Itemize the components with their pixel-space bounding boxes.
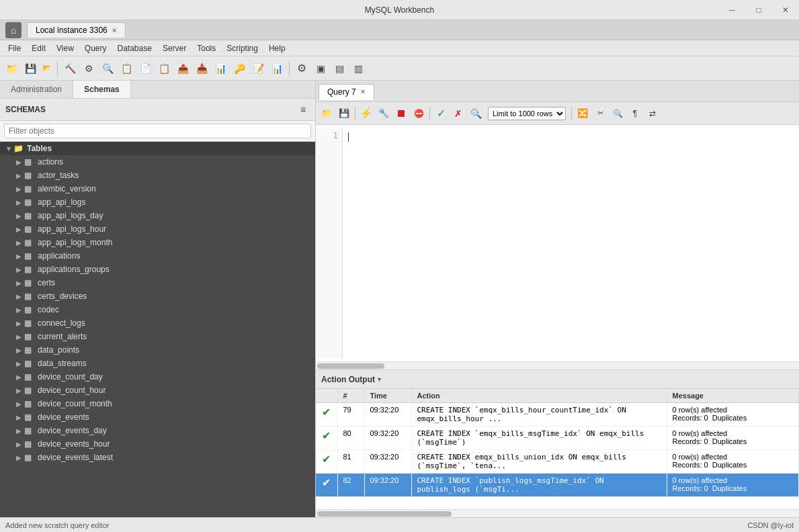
maximize-button[interactable]: □ [745, 0, 772, 20]
toolbar-btn-8[interactable]: 📥 [193, 60, 210, 77]
menu-tools[interactable]: Tools [192, 42, 221, 54]
qt-execute[interactable]: ⚡ [358, 105, 374, 122]
qt-stop-all[interactable]: ⛔ [411, 105, 427, 122]
qt-format[interactable]: 🔀 [575, 105, 591, 122]
table-row[interactable]: ✔ 82 09:32:20 CREATE INDEX `publish_logs… [316, 474, 799, 497]
toolbar-btn-3[interactable]: 🔍 [99, 60, 116, 77]
tree-item[interactable]: ▶▦device_events [0, 410, 315, 424]
toolbar-settings[interactable]: ⚙ [293, 60, 310, 77]
qt-stop[interactable]: ⏹ [393, 105, 409, 122]
table-row[interactable]: ✔ 80 09:32:20 CREATE INDEX `emqx_bills_m… [316, 427, 799, 450]
editor-scrollbar[interactable] [316, 361, 799, 369]
tree-item[interactable]: ▶▦app_api_logs_hour [0, 222, 315, 236]
arrow-icon: ▶ [16, 212, 24, 220]
output-scrollbar[interactable] [316, 509, 799, 517]
table-icon: ▦ [24, 359, 35, 368]
qt-search[interactable]: 🔍 [468, 105, 484, 122]
toolbar-new-file[interactable]: 📁 [3, 60, 20, 77]
tree-item[interactable]: ▶▦app_api_logs [0, 195, 315, 209]
menu-help[interactable]: Help [263, 42, 291, 54]
tree-item[interactable]: ▶▦device_count_day [0, 370, 315, 384]
toolbar-layout-3[interactable]: ▥ [349, 60, 367, 77]
tree-item[interactable]: ▶▦alembic_version [0, 182, 315, 195]
qt-help[interactable]: ⇄ [644, 105, 661, 122]
filter-input[interactable] [4, 124, 311, 138]
limit-select[interactable]: Limit to 10 rows Limit to 100 rows Limit… [488, 107, 566, 120]
qt-open[interactable]: 📁 [319, 105, 335, 122]
sql-editor[interactable] [343, 128, 799, 359]
col-time: Time [364, 389, 411, 403]
tree-item[interactable]: ▶▦applications_groups [0, 263, 315, 276]
table-name: device_events [38, 412, 89, 422]
table-row[interactable]: ✔ 79 09:32:20 CREATE INDEX `emqx_bills_h… [316, 403, 799, 427]
qt-find[interactable]: 🔍 [609, 105, 626, 122]
qt-cancel[interactable]: ✗ [450, 105, 466, 122]
action-output-header[interactable]: Action Output ▾ [316, 370, 799, 389]
table-row[interactable]: ✔ 81 09:32:20 CREATE INDEX emqx_bills_un… [316, 450, 799, 474]
row-status: ✔ [316, 403, 337, 427]
toolbar-layout-2[interactable]: ▤ [331, 60, 348, 77]
row-message: 0 row(s) affected Records: 0 Duplicates [667, 450, 799, 474]
tree-item[interactable]: ▶▦device_events_day [0, 424, 315, 437]
toolbar-layout-1[interactable]: ▣ [312, 60, 329, 77]
toolbar-btn-1[interactable]: 🔨 [61, 60, 79, 77]
toolbar-btn-6[interactable]: 📋 [155, 60, 173, 77]
menu-query[interactable]: Query [79, 42, 112, 54]
toolbar-btn-12[interactable]: 📊 [268, 60, 286, 77]
tree-item[interactable]: ▶▦certs_devices [0, 290, 315, 303]
instance-tab[interactable]: Local instance 3306 ✕ [27, 22, 126, 38]
minimize-button[interactable]: ─ [718, 0, 745, 20]
qt-context[interactable]: ¶ [627, 105, 643, 122]
toolbar-btn-7[interactable]: 📤 [174, 60, 192, 77]
close-button[interactable]: ✕ [772, 0, 799, 20]
tab-close-icon[interactable]: ✕ [112, 27, 117, 34]
menu-edit[interactable]: Edit [26, 42, 51, 54]
arrow-icon: ▼ [5, 145, 13, 152]
menu-database[interactable]: Database [112, 42, 157, 54]
schemas-options[interactable]: ≡ [296, 103, 310, 116]
arrow-icon: ▶ [16, 427, 24, 435]
tree-item[interactable]: ▶▦device_count_month [0, 397, 315, 410]
qt-check[interactable]: ✓ [433, 105, 449, 122]
tree-item[interactable]: ▶▦device_count_hour [0, 384, 315, 397]
tree-item[interactable]: ▶▦app_api_logs_day [0, 209, 315, 222]
query-tab-7[interactable]: Query 7 ✕ [319, 84, 374, 100]
toolbar-btn-2[interactable]: ⚙ [80, 60, 97, 77]
tree-item[interactable]: ▶▦app_api_logs_month [0, 236, 315, 249]
tree-item[interactable]: ▶▦device_events_hour [0, 437, 315, 451]
tree-item[interactable]: ▶▦device_events_latest [0, 451, 315, 464]
tree-item[interactable]: ▶▦actor_tasks [0, 169, 315, 182]
tree-item[interactable]: ▶▦connect_logs [0, 316, 315, 330]
tab-schemas[interactable]: Schemas [73, 81, 131, 98]
tree-item[interactable]: ▶▦certs [0, 276, 315, 290]
tree-item[interactable]: ▶▦actions [0, 155, 315, 169]
qt-sep-1 [355, 107, 355, 120]
table-icon: ▦ [24, 171, 35, 180]
tree-item[interactable]: ▶▦data_points [0, 343, 315, 357]
qt-beautify[interactable]: ✂ [592, 105, 608, 122]
menu-server[interactable]: Server [157, 42, 192, 54]
toolbar-open[interactable]: 📂 [40, 60, 54, 77]
tree-tables-folder[interactable]: ▼ 📁 Tables [0, 142, 315, 155]
toolbar-btn-4[interactable]: 📋 [118, 60, 135, 77]
menu-scripting[interactable]: Scripting [221, 42, 263, 54]
tree-item[interactable]: ▶▦current_alerts [0, 330, 315, 343]
output-scroll-thumb[interactable] [317, 511, 452, 517]
tab-administration[interactable]: Administration [0, 81, 73, 98]
qt-save[interactable]: 💾 [336, 105, 352, 122]
toolbar-btn-5[interactable]: 📄 [136, 60, 154, 77]
toolbar-btn-9[interactable]: 📊 [212, 60, 229, 77]
table-name: data_streams [38, 359, 87, 368]
menu-file[interactable]: File [3, 42, 26, 54]
editor-scroll-thumb[interactable] [317, 363, 384, 369]
home-button[interactable]: ⌂ [5, 22, 22, 38]
query-tab-close[interactable]: ✕ [360, 88, 366, 95]
menu-view[interactable]: View [51, 42, 79, 54]
qt-execute-current[interactable]: 🔧 [376, 105, 392, 122]
toolbar-save[interactable]: 💾 [22, 60, 39, 77]
tree-item[interactable]: ▶▦codec [0, 303, 315, 316]
tree-item[interactable]: ▶▦applications [0, 249, 315, 263]
tree-item[interactable]: ▶▦data_streams [0, 357, 315, 370]
toolbar-btn-10[interactable]: 🔑 [230, 60, 248, 77]
toolbar-btn-11[interactable]: 📝 [249, 60, 267, 77]
